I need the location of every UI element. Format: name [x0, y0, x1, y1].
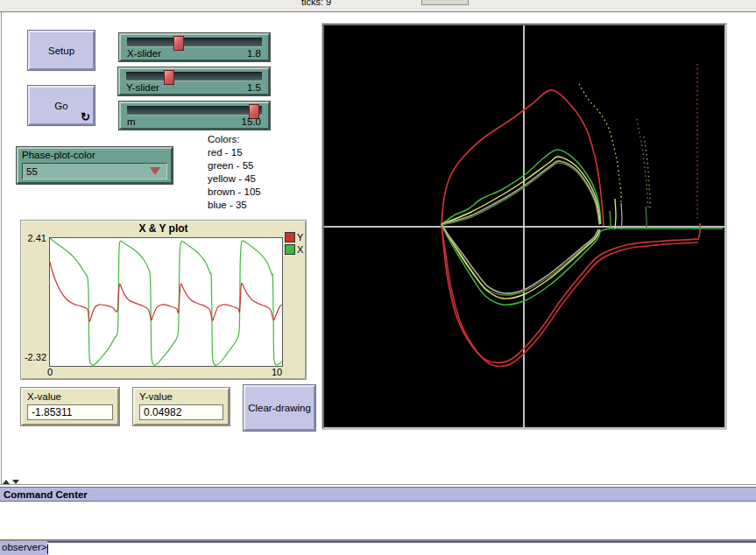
plot-ymax-label: 2.41	[21, 233, 46, 243]
ticks-counter: ticks: 9	[301, 0, 331, 7]
monitor-value: -1.85311	[27, 404, 113, 420]
slider-groove[interactable]	[127, 106, 262, 116]
phase-plot-color-chooser[interactable]: Phase-plot-color 55	[17, 147, 173, 184]
world-view-canvas[interactable]	[324, 25, 724, 427]
clear-drawing-button[interactable]: Clear-drawing	[244, 385, 315, 431]
colors-note-line: red - 15	[208, 146, 261, 159]
observer-prompt-label: observer>	[0, 541, 47, 555]
y-slider[interactable]: Y-slider 1.5	[118, 67, 270, 95]
slider-value: 15.0	[242, 116, 261, 127]
splitter-up-icon[interactable]	[3, 480, 10, 484]
toolbar-element-clipped[interactable]	[421, 0, 469, 5]
plot-title: X & Y plot	[21, 222, 306, 235]
colors-note-line: green - 55	[208, 159, 261, 172]
command-center-splitter[interactable]	[3, 480, 19, 484]
chevron-down-icon	[150, 167, 160, 175]
chooser-selected-value: 55	[26, 166, 38, 177]
slider-label: m	[127, 116, 136, 127]
command-input[interactable]	[47, 541, 756, 555]
slider-groove[interactable]	[126, 72, 262, 81]
y-value-monitor: Y-value 0.04982	[133, 388, 230, 425]
legend-swatch-y	[285, 232, 295, 242]
go-button[interactable]: Go ↻	[28, 86, 95, 125]
plot-xmin-label: 0	[47, 367, 53, 377]
legend-label-y: Y	[297, 232, 303, 242]
colors-note: Colors: red - 15 green - 55 yellow - 45 …	[208, 133, 261, 212]
slider-groove[interactable]	[127, 38, 262, 47]
plot-xmax-label: 10	[272, 367, 282, 377]
slider-value: 1.8	[247, 48, 261, 59]
plot-canvas	[50, 238, 282, 366]
command-center-output	[0, 503, 756, 539]
xy-plot-widget: X & Y plot 2.41 -2.32 0 10 Y X	[20, 220, 307, 380]
monitor-label: X-value	[27, 391, 61, 402]
legend-item-x: X	[285, 244, 303, 255]
text-caret	[47, 544, 48, 554]
world-view-frame	[322, 24, 726, 429]
setup-button-label: Setup	[48, 46, 74, 56]
legend-item-y: Y	[285, 232, 303, 242]
command-center-title: Command Center	[4, 489, 88, 500]
interface-bottom-border	[0, 484, 756, 485]
chooser-value[interactable]: 55	[22, 163, 167, 179]
go-button-label: Go	[54, 101, 67, 111]
splitter-down-icon[interactable]	[12, 480, 19, 484]
colors-note-line: yellow - 45	[208, 172, 261, 186]
x-value-monitor: X-value -1.85311	[21, 388, 119, 425]
m-slider[interactable]: m 15.0	[119, 102, 270, 130]
slider-value: 1.5	[247, 82, 261, 93]
legend-swatch-x	[285, 244, 295, 255]
chooser-label: Phase-plot-color	[22, 150, 95, 160]
x-slider[interactable]: X-slider 1.8	[119, 33, 270, 61]
colors-note-title: Colors:	[208, 133, 261, 146]
plot-area	[49, 237, 283, 367]
colors-note-line: brown - 105	[208, 186, 261, 199]
slider-label: Y-slider	[126, 82, 159, 93]
monitor-label: Y-value	[139, 391, 173, 402]
legend-label-x: X	[297, 244, 303, 255]
colors-note-line: blue - 35	[208, 199, 261, 212]
plot-ymin-label: -2.32	[21, 352, 46, 362]
monitor-value: 0.04982	[139, 404, 223, 420]
command-center-header: Command Center	[0, 487, 756, 502]
toolbar-strip: ticks: 9	[0, 0, 756, 12]
clear-drawing-button-label: Clear-drawing	[248, 403, 311, 413]
forever-icon: ↻	[81, 111, 90, 123]
slider-label: X-slider	[127, 48, 161, 59]
setup-button[interactable]: Setup	[28, 31, 95, 70]
world-view[interactable]	[321, 23, 727, 430]
interface-left-border	[1, 12, 2, 484]
